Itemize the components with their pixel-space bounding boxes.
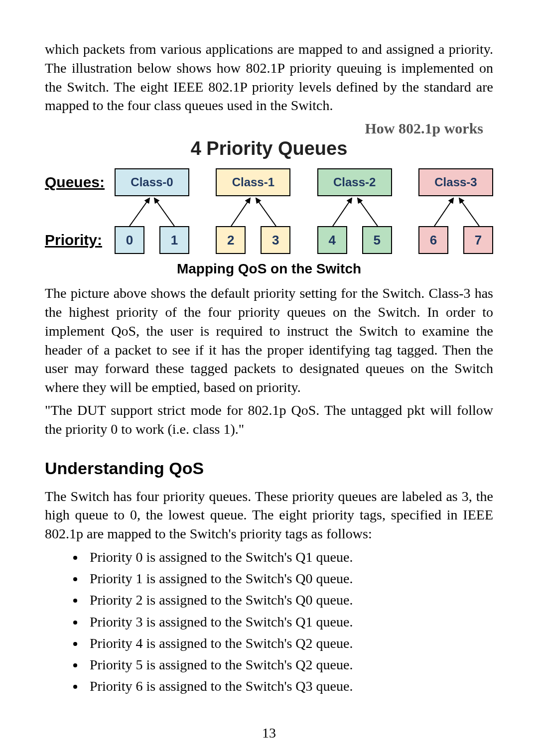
diagram-how-label: How 802.1p works	[45, 120, 493, 137]
paragraph-4: The Switch has four priority queues. The…	[45, 487, 493, 543]
priority-row: Priority: 0 1 2 3 4 5 6 7	[45, 226, 493, 254]
queues-row-label: Queues:	[45, 174, 115, 191]
prio-box-6: 6	[418, 226, 448, 254]
paragraph-3: "The DUT support strict mode for 802.1p …	[45, 401, 493, 439]
queue-boxes: Class-0 Class-1 Class-2 Class-3	[115, 168, 493, 196]
svg-line-4	[333, 198, 352, 226]
list-item: Priority 6 is assigned to the Switch's Q…	[85, 676, 493, 696]
svg-line-2	[231, 198, 250, 226]
class-box-3: Class-3	[418, 168, 493, 196]
prio-box-5: 5	[362, 226, 392, 254]
svg-line-1	[154, 198, 174, 226]
section-heading-understanding-qos: Understanding QoS	[45, 459, 493, 478]
queues-row: Queues: Class-0 Class-1 Class-2 Class-3	[45, 168, 493, 196]
prio-box-2: 2	[216, 226, 246, 254]
svg-line-7	[459, 198, 479, 226]
prio-box-3: 3	[261, 226, 290, 254]
diagram-caption: Mapping QoS on the Switch	[45, 261, 493, 277]
prio-box-1: 1	[159, 226, 189, 254]
svg-line-0	[130, 198, 149, 226]
svg-line-6	[434, 198, 453, 226]
class-box-1: Class-1	[216, 168, 290, 196]
paragraph-2: The picture above shows the default prio…	[45, 284, 493, 397]
prio-box-0: 0	[115, 226, 144, 254]
svg-line-5	[358, 198, 378, 226]
page-number: 13	[0, 725, 538, 741]
prio-box-4: 4	[317, 226, 347, 254]
list-item: Priority 5 is assigned to the Switch's Q…	[85, 655, 493, 674]
intro-paragraph: which packets from various applications …	[45, 40, 493, 115]
prio-box-7: 7	[463, 226, 493, 254]
class-box-2: Class-2	[317, 168, 392, 196]
list-item: Priority 2 is assigned to the Switch's Q…	[85, 590, 493, 610]
priority-boxes: 0 1 2 3 4 5 6 7	[115, 226, 493, 254]
class-box-0: Class-0	[115, 168, 189, 196]
priority-row-label: Priority:	[45, 232, 115, 249]
diagram-title: 4 Priority Queues	[45, 138, 493, 159]
list-item: Priority 3 is assigned to the Switch's Q…	[85, 612, 493, 631]
qos-diagram: How 802.1p works 4 Priority Queues Queue…	[45, 120, 493, 254]
list-item: Priority 1 is assigned to the Switch's Q…	[85, 569, 493, 588]
priority-assignment-list: Priority 0 is assigned to the Switch's Q…	[45, 547, 493, 696]
list-item: Priority 4 is assigned to the Switch's Q…	[85, 633, 493, 653]
svg-line-3	[256, 198, 276, 226]
list-item: Priority 0 is assigned to the Switch's Q…	[85, 547, 493, 567]
diagram-arrows	[115, 196, 493, 226]
